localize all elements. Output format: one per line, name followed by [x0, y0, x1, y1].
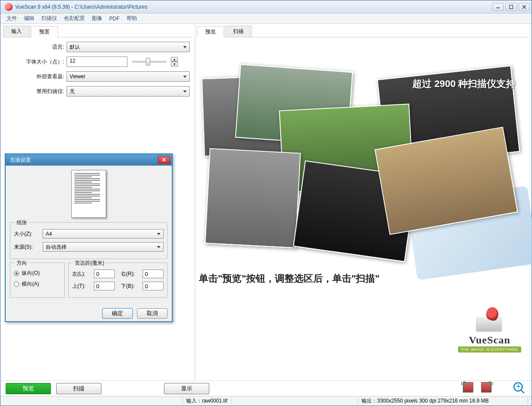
fontsize-slider[interactable]	[132, 61, 167, 63]
preview-button[interactable]: 预览	[6, 383, 51, 394]
margin-right-input[interactable]	[143, 270, 164, 278]
status-input: 输入：raw0001.tif	[182, 397, 231, 405]
menubar: 文件 编辑 扫描仪 色彩配置 图像 PDF 帮助	[0, 13, 532, 24]
radio-icon	[14, 271, 19, 276]
overlay-text: 超过 2900 种扫描仪支持	[412, 77, 515, 90]
disable-scanner-label: 禁用扫描仪:	[6, 88, 67, 95]
dialog-title-text: 页面设置	[10, 156, 31, 164]
menu-help[interactable]: 帮助	[123, 14, 141, 23]
fontsize-label: 字体大小（点）:	[6, 58, 67, 66]
menu-pdf[interactable]: PDF	[106, 15, 123, 23]
maximize-button[interactable]	[505, 3, 517, 11]
orientation-portrait-radio[interactable]: 纵向(O)	[14, 270, 61, 277]
disable-scanner-combo[interactable]: 无	[67, 86, 190, 97]
vuescan-logo-icon	[472, 306, 507, 333]
paper-source-combo[interactable]: 自动选择	[43, 242, 164, 252]
source-label: 来源(S):	[14, 243, 43, 251]
radio-icon	[14, 282, 19, 287]
scan-button[interactable]: 扫描	[56, 383, 101, 394]
left-panel: 输入 预置 语言: 默认 字体大小（点）: 12 ▲	[0, 24, 195, 380]
margin-top-label: 上(T):	[72, 283, 92, 290]
paper-legend: 纸张	[15, 219, 29, 226]
paper-size-combo[interactable]: A4	[43, 229, 164, 239]
size-label: 大小(Z):	[14, 230, 43, 238]
app-icon	[5, 3, 13, 11]
rotate-cw-button[interactable]	[481, 382, 494, 395]
margins-legend: 页边距(毫米)	[73, 260, 106, 267]
slider-thumb[interactable]	[146, 58, 150, 66]
chevron-down-icon	[183, 76, 187, 78]
margin-bottom-label: 下(B):	[121, 283, 141, 290]
logo-brand: VueScan	[458, 334, 521, 346]
status-output: 输出：3300x2550 pixels 300 dpi 279x216 mm 1…	[358, 397, 528, 405]
fontsize-spin-up[interactable]: ▲	[171, 57, 178, 62]
margin-bottom-input[interactable]	[143, 282, 164, 290]
zoom-in-icon	[513, 382, 523, 392]
preview-collage: 超过 2900 种扫描仪支持	[203, 63, 525, 255]
menu-color[interactable]: 色彩配置	[60, 14, 88, 23]
viewer-combo[interactable]: Viewer	[67, 71, 190, 82]
fontsize-spin-down[interactable]: ▼	[171, 62, 178, 67]
svg-rect-1	[509, 5, 513, 9]
dialog-titlebar[interactable]: 页面设置 ✕	[6, 154, 172, 166]
fontsize-input[interactable]: 12	[67, 57, 127, 67]
chevron-down-icon	[157, 246, 161, 248]
menu-image[interactable]: 图像	[88, 14, 106, 23]
menu-file[interactable]: 文件	[3, 14, 20, 23]
dialog-close-button[interactable]: ✕	[158, 156, 170, 164]
titlebar: VueScan 9 x64 (9.5.39) - C:\Users\Admini…	[0, 0, 532, 13]
window-title: VueScan 9 x64 (9.5.39) - C:\Users\Admini…	[15, 4, 492, 10]
viewer-label: 外部查看器:	[6, 73, 67, 80]
rotate-cw-icon	[481, 382, 492, 393]
chevron-down-icon	[157, 233, 161, 235]
tab-input[interactable]: 输入	[3, 26, 30, 37]
zoom-in-button[interactable]	[513, 382, 526, 395]
orientation-landscape-radio[interactable]: 横向(A)	[14, 280, 61, 288]
orientation-legend: 方向	[15, 260, 29, 267]
logo-tagline: THE IMAGE IS EVERYTHING	[458, 346, 521, 353]
chevron-down-icon	[183, 90, 187, 93]
rotate-ccw-button[interactable]	[463, 382, 476, 395]
menu-scanner[interactable]: 扫描仪	[38, 14, 60, 23]
language-combo[interactable]: 默认	[67, 42, 190, 52]
minimize-button[interactable]	[492, 3, 504, 11]
page-preview-icon	[71, 170, 106, 218]
right-panel: 预览 扫描 超过 2900 种扫描仪支持 单击"预览"按钮，调整选区后，单击"扫…	[195, 24, 532, 380]
margin-top-input[interactable]	[94, 282, 115, 290]
chevron-down-icon	[183, 46, 187, 48]
language-label: 语言:	[6, 43, 67, 51]
dialog-ok-button[interactable]: 确定	[102, 308, 133, 319]
status-bar: 输入：raw0001.tif 输出：3300x2550 pixels 300 d…	[0, 396, 532, 406]
tab-scan[interactable]: 扫描	[225, 26, 252, 37]
menu-edit[interactable]: 编辑	[20, 14, 38, 23]
page-setup-dialog: 页面设置 ✕ 纸张 大小(Z): A4	[5, 153, 173, 322]
tab-preview[interactable]: 预览	[197, 26, 224, 37]
close-button[interactable]	[519, 3, 530, 11]
tab-preset[interactable]: 预置	[31, 26, 58, 37]
sample-photo	[204, 148, 301, 249]
margin-left-label: 左(L):	[72, 270, 92, 278]
bottom-bar: 预览 扫描 显示	[0, 380, 532, 396]
margin-right-label: 右(R):	[121, 270, 141, 278]
dialog-cancel-button[interactable]: 取消	[137, 308, 167, 319]
logo-area: VueScan THE IMAGE IS EVERYTHING	[458, 306, 521, 353]
instruction-text: 单击"预览"按钮，调整选区后，单击"扫描"	[197, 272, 530, 285]
display-button[interactable]: 显示	[164, 383, 209, 394]
rotate-ccw-icon	[463, 382, 473, 393]
margin-left-input[interactable]	[94, 270, 115, 278]
